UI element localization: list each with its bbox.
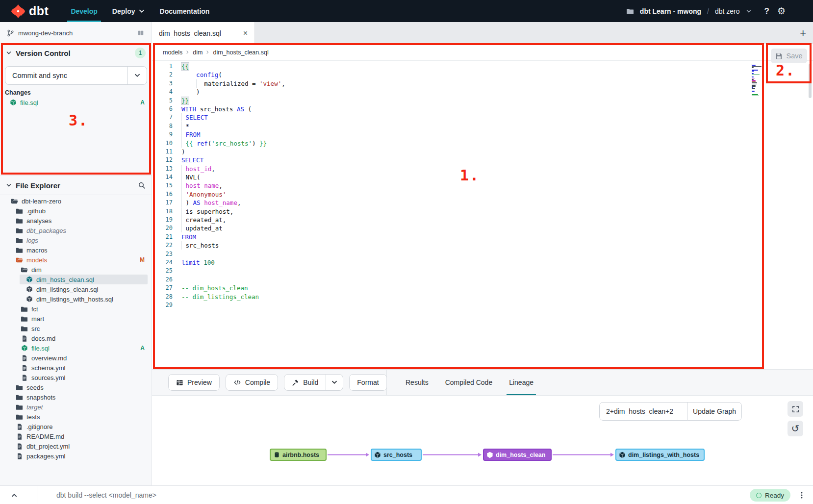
tree-item-dim-listings-clean-sql[interactable]: dim_listings_clean.sql [0, 284, 152, 294]
close-icon[interactable]: × [243, 29, 248, 37]
save-button[interactable]: Save [771, 49, 807, 63]
tree-item-dbt-learn-zero[interactable]: dbt-learn-zero [0, 196, 152, 206]
version-control-header[interactable]: Version Control 1 [0, 44, 152, 62]
code-line[interactable]: 10 {{ ref('src_hosts') }} [152, 139, 813, 148]
code-line[interactable]: 13 host_id, [152, 165, 813, 173]
code-editor[interactable]: modelsdimdim_hosts_clean.sql Save 1{{2 c… [152, 44, 813, 369]
tree-item-seeds[interactable]: seeds [0, 382, 152, 392]
environment-selector[interactable]: dbt zero [715, 7, 740, 15]
tree-item-mart[interactable]: mart [0, 314, 152, 324]
tree-item-analyses[interactable]: analyses [0, 216, 152, 226]
code-line[interactable]: 22 src_hosts [152, 241, 813, 250]
lineage-node-src-hosts[interactable]: src_hosts [371, 449, 422, 461]
tree-item-packages-yml[interactable]: packages.yml [0, 451, 152, 461]
search-icon[interactable] [138, 181, 146, 189]
tree-item-fct[interactable]: fct [0, 304, 152, 314]
tree-item-overview-md[interactable]: overview.md [0, 353, 152, 363]
build-options-caret[interactable] [326, 375, 343, 390]
code-line[interactable]: 11) [152, 148, 813, 156]
tab-compiled-code[interactable]: Compiled Code [437, 370, 501, 395]
code-line[interactable]: 28-- dim_listings_clean [152, 293, 813, 301]
tree-item-tests[interactable]: tests [0, 412, 152, 422]
lineage-selector-input[interactable] [599, 402, 687, 421]
code-line[interactable]: 29 [152, 301, 813, 309]
tree-item-target[interactable]: target [0, 402, 152, 412]
help-icon[interactable]: ? [764, 7, 769, 15]
tab-dim-hosts-clean[interactable]: dim_hosts_clean.sql × [152, 22, 255, 44]
tab-results[interactable]: Results [397, 370, 437, 395]
breadcrumb-item[interactable]: models [163, 49, 182, 56]
tree-item-models[interactable]: modelsM [0, 255, 152, 265]
code-line[interactable]: 16 'Anonymous' [152, 190, 813, 199]
split-view-icon[interactable] [137, 29, 145, 36]
editor-scrollbar[interactable] [809, 64, 812, 98]
format-button[interactable]: Format [349, 374, 386, 391]
code-line[interactable]: 2 config( [152, 71, 813, 79]
tree-item-file-sql[interactable]: file.sqlA [0, 343, 152, 353]
reset-view-icon[interactable]: ↺ [788, 421, 803, 436]
code-line[interactable]: 24limit 100 [152, 258, 813, 267]
tree-item-schema-yml[interactable]: schema.yml [0, 363, 152, 373]
code-line[interactable]: 21FROM [152, 233, 813, 241]
tree-item-macros[interactable]: macros [0, 245, 152, 255]
code-line[interactable]: 14 NVL( [152, 173, 813, 181]
tree-item-sources-yml[interactable]: sources.yml [0, 373, 152, 382]
tab-lineage[interactable]: Lineage [501, 370, 542, 395]
fullscreen-icon[interactable] [788, 401, 803, 417]
compile-button[interactable]: Compile [226, 374, 278, 391]
tree-item--github[interactable]: .github [0, 206, 152, 216]
code-line[interactable]: 26 [152, 276, 813, 284]
commit-options-caret[interactable] [127, 67, 147, 84]
tree-item-dbt-project-yml[interactable]: dbt_project.yml [0, 441, 152, 451]
tree-item-dbt-packages[interactable]: dbt_packages [0, 226, 152, 235]
code-line[interactable]: 25 [152, 267, 813, 275]
code-line[interactable]: 27-- dim_hosts_clean [152, 284, 813, 292]
command-input[interactable]: dbt build --select <model_name> [56, 486, 156, 504]
tree-item-logs[interactable]: logs [0, 235, 152, 245]
code-line[interactable]: 1{{ [152, 62, 813, 71]
dbt-logo[interactable]: dbt [11, 4, 49, 19]
lineage-node-dim-listings-with-hosts[interactable]: dim_listings_with_hosts [615, 449, 705, 461]
code-line[interactable]: 8 * [152, 122, 813, 130]
kebab-menu-icon[interactable] [798, 486, 805, 504]
build-button[interactable]: Build [284, 374, 343, 391]
code-line[interactable]: 4 ) [152, 88, 813, 96]
tree-item-readme-md[interactable]: README.md [0, 431, 152, 441]
minimap[interactable] [752, 64, 764, 98]
code-line[interactable]: 6WITH src_hosts AS ( [152, 105, 813, 113]
code-line[interactable]: 20 updated_at [152, 224, 813, 232]
chevron-down-icon[interactable] [746, 8, 752, 14]
code-line[interactable]: 9 FROM [152, 130, 813, 139]
code-line[interactable]: 23 [152, 250, 813, 258]
code-line[interactable]: 12SELECT [152, 156, 813, 164]
code-line[interactable]: 17 ) AS host_name, [152, 199, 813, 207]
code-line[interactable]: 19 created_at, [152, 216, 813, 224]
tree-item-snapshots[interactable]: snapshots [0, 392, 152, 402]
code-line[interactable]: 15 host_name, [152, 181, 813, 190]
lineage-node-dim-hosts-clean[interactable]: dim_hosts_clean [483, 449, 552, 461]
changed-file-row[interactable]: file.sql A [10, 97, 147, 108]
breadcrumb-item[interactable]: dim_hosts_clean.sql [213, 49, 268, 56]
tree-item-dim-listings-with-hosts-sql[interactable]: dim_listings_with_hosts.sql [0, 294, 152, 304]
tree-item-docs-md[interactable]: docs.md [0, 333, 152, 343]
code-line[interactable]: 18 is_superhost, [152, 207, 813, 216]
file-explorer-header[interactable]: File Explorer [0, 176, 152, 195]
nav-item-develop[interactable]: Develop [63, 0, 104, 22]
code-line[interactable]: 5}} [152, 97, 813, 105]
code-area[interactable]: 1{{2 config(3 materialized = 'view',4 )5… [152, 62, 813, 309]
tree-item-src[interactable]: src [0, 324, 152, 333]
lineage-node-airbnb-hosts[interactable]: airbnb.hosts [270, 449, 327, 461]
nav-item-deploy[interactable]: Deploy [105, 0, 152, 22]
preview-button[interactable]: Preview [168, 374, 220, 391]
tree-item--gitignore[interactable]: .gitignore [0, 422, 152, 431]
chevron-up-icon[interactable] [11, 486, 18, 504]
update-graph-button[interactable]: Update Graph [687, 402, 742, 421]
breadcrumb-item[interactable]: dim [193, 49, 203, 56]
nav-item-documentation[interactable]: Documentation [152, 0, 217, 22]
commit-and-sync-button[interactable]: Commit and sync [5, 66, 147, 85]
project-name[interactable]: dbt Learn - mwong [640, 7, 701, 15]
code-line[interactable]: 7 SELECT [152, 113, 813, 122]
tree-item-dim[interactable]: dim [0, 265, 152, 275]
tree-item-dim-hosts-clean-sql[interactable]: dim_hosts_clean.sql [20, 275, 148, 284]
gear-icon[interactable]: ⚙ [777, 6, 786, 16]
